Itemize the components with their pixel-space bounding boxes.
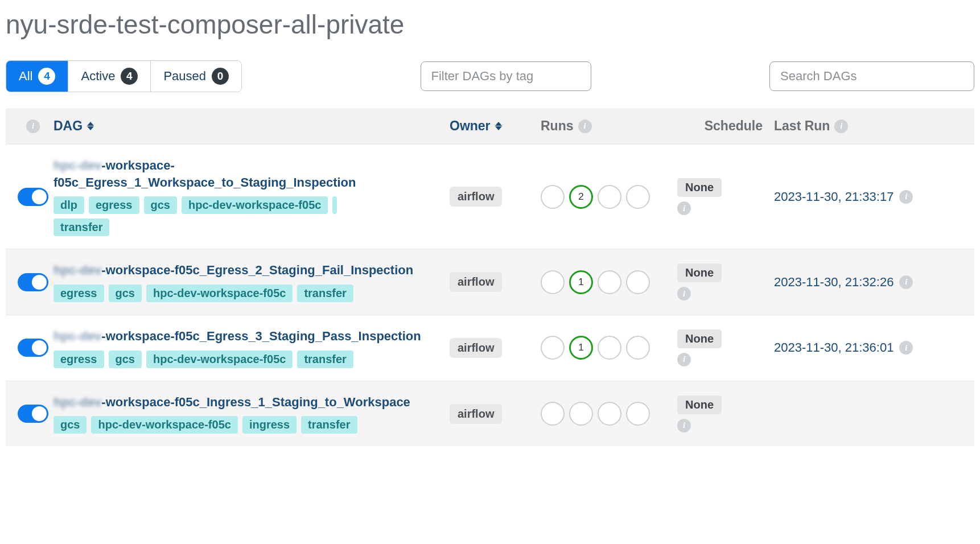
table-row: hpc-dev-workspace-f05c_Egress_1_Workspac… — [6, 144, 974, 249]
info-icon[interactable]: i — [26, 119, 40, 133]
table-header: i DAG Owner Runs i Schedule Last Run i — [6, 108, 974, 144]
run-circles — [541, 402, 650, 426]
schedule-badge[interactable]: None — [677, 178, 722, 197]
tag[interactable]: transfer — [297, 285, 353, 302]
filter-tags-input[interactable] — [421, 61, 591, 91]
run-circle[interactable] — [541, 336, 565, 360]
run-circle[interactable] — [598, 185, 621, 209]
sort-icon — [87, 122, 94, 130]
column-label: Runs — [541, 118, 574, 134]
schedule-badge[interactable]: None — [677, 329, 722, 348]
run-circles: 1 — [541, 270, 650, 294]
tag[interactable]: ingress — [242, 416, 297, 434]
tag[interactable]: gcs — [144, 196, 177, 214]
column-header-runs: Runs i — [541, 118, 677, 134]
tag[interactable]: transfer — [297, 351, 353, 368]
run-circle-success[interactable]: 1 — [569, 336, 593, 360]
table-row: hpc-dev-workspace-f05c_Egress_2_Staging_… — [6, 249, 974, 315]
owner-badge[interactable]: airflow — [450, 338, 502, 358]
column-header-dag[interactable]: DAG — [53, 118, 450, 134]
tag[interactable]: gcs — [109, 285, 142, 302]
filter-tab-badge: 0 — [212, 68, 229, 85]
run-circle[interactable] — [598, 270, 621, 294]
tag[interactable]: dlp — [53, 196, 84, 214]
dag-name-link[interactable]: hpc-dev-workspace-f05c_Egress_1_Workspac… — [53, 157, 450, 191]
last-run-time[interactable]: 2023-11-30, 21:36:01 — [774, 340, 893, 355]
filter-tab-all[interactable]: All 4 — [6, 61, 68, 92]
page-title: nyu-srde-test-composer-all-private — [6, 9, 974, 40]
tag[interactable]: hpc-dev-workspace-f05c — [182, 196, 328, 214]
run-circles: 2 — [541, 185, 650, 209]
tag[interactable]: hpc-dev-workspace-f05c — [146, 285, 293, 302]
owner-badge[interactable]: airflow — [450, 187, 502, 207]
filter-tabs: All 4 Active 4 Paused 0 — [6, 60, 242, 92]
controls-row: All 4 Active 4 Paused 0 — [6, 60, 974, 92]
tag[interactable]: gcs — [53, 416, 87, 434]
tag[interactable]: transfer — [53, 219, 109, 236]
tag[interactable]: hpc-dev-workspace-f05c — [146, 351, 293, 368]
run-circle[interactable] — [541, 402, 565, 426]
tag[interactable]: hpc-dev-workspace-f05c — [91, 416, 237, 434]
run-circle[interactable] — [598, 336, 621, 360]
tag[interactable]: transfer — [301, 416, 357, 434]
info-icon[interactable]: i — [899, 190, 913, 204]
info-icon[interactable]: i — [899, 341, 913, 355]
sort-icon — [495, 122, 502, 130]
tag[interactable]: egress — [53, 351, 104, 368]
schedule-badge[interactable]: None — [677, 395, 722, 414]
filter-tab-badge: 4 — [121, 68, 138, 85]
column-label: Schedule — [705, 118, 763, 133]
run-circle[interactable] — [541, 185, 565, 209]
info-icon[interactable]: i — [677, 353, 691, 366]
dag-toggle[interactable] — [18, 339, 48, 357]
run-circle[interactable] — [626, 270, 650, 294]
table-row: hpc-dev-workspace-f05c_Egress_3_Staging_… — [6, 315, 974, 381]
info-icon[interactable]: i — [677, 419, 691, 432]
run-circle-success[interactable]: 1 — [569, 270, 593, 294]
column-label: DAG — [53, 118, 83, 134]
dag-name-link[interactable]: hpc-dev-workspace-f05c_Egress_2_Staging_… — [53, 262, 413, 279]
column-label: Last Run — [774, 118, 830, 134]
owner-badge[interactable]: airflow — [450, 272, 502, 292]
filter-tab-label: Active — [81, 69, 115, 84]
info-icon[interactable]: i — [899, 275, 913, 289]
last-run-time[interactable]: 2023-11-30, 21:32:26 — [774, 275, 893, 290]
filter-tab-paused[interactable]: Paused 0 — [151, 61, 241, 92]
tag[interactable]: egress — [89, 196, 139, 214]
dag-toggle[interactable] — [18, 405, 48, 423]
last-run-time[interactable]: 2023-11-30, 21:33:17 — [774, 189, 893, 204]
run-circles: 1 — [541, 336, 650, 360]
column-header-schedule: Schedule — [677, 118, 763, 134]
info-icon[interactable]: i — [677, 201, 691, 215]
run-circle-success[interactable]: 2 — [569, 185, 593, 209]
filter-tab-badge: 4 — [38, 68, 55, 85]
run-circle[interactable] — [626, 402, 650, 426]
column-header-lastrun: Last Run i — [763, 118, 967, 134]
run-circle-success[interactable] — [569, 402, 593, 426]
dag-name-link[interactable]: hpc-dev-workspace-f05c_Egress_3_Staging_… — [53, 328, 421, 345]
info-icon[interactable]: i — [578, 119, 592, 133]
tag[interactable] — [332, 196, 337, 214]
run-circle[interactable] — [626, 336, 650, 360]
filter-tab-label: Paused — [163, 69, 206, 84]
filter-tab-label: All — [19, 69, 32, 84]
schedule-badge[interactable]: None — [677, 263, 722, 282]
info-icon[interactable]: i — [677, 287, 691, 300]
column-label: Owner — [450, 118, 491, 134]
dag-name-link[interactable]: hpc-dev-workspace-f05c_Ingress_1_Staging… — [53, 394, 410, 411]
filter-tab-active[interactable]: Active 4 — [68, 61, 151, 92]
dag-toggle[interactable] — [18, 273, 48, 291]
run-circle[interactable] — [626, 185, 650, 209]
run-circle[interactable] — [598, 402, 621, 426]
column-header-owner[interactable]: Owner — [450, 118, 541, 134]
tag[interactable]: gcs — [109, 351, 142, 368]
tag[interactable]: egress — [53, 285, 104, 302]
run-circle[interactable] — [541, 270, 565, 294]
info-icon[interactable]: i — [834, 119, 848, 133]
owner-badge[interactable]: airflow — [450, 404, 502, 424]
search-dags-input[interactable] — [769, 61, 974, 91]
dag-toggle[interactable] — [18, 188, 48, 206]
table-row: hpc-dev-workspace-f05c_Ingress_1_Staging… — [6, 381, 974, 447]
